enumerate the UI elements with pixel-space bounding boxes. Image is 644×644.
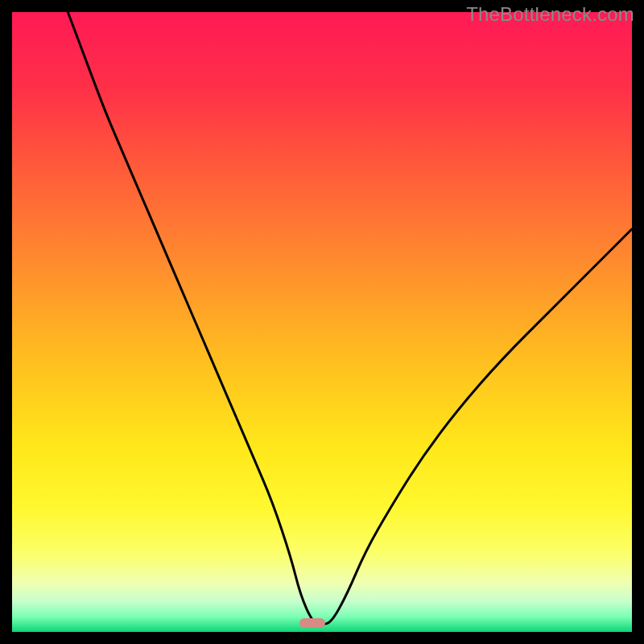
bottleneck-curve: [12, 12, 632, 632]
optimal-marker: [299, 618, 325, 628]
chart-frame: TheBottleneck.com: [0, 0, 644, 644]
plot-area: [12, 12, 632, 632]
watermark-label: TheBottleneck.com: [466, 3, 634, 26]
